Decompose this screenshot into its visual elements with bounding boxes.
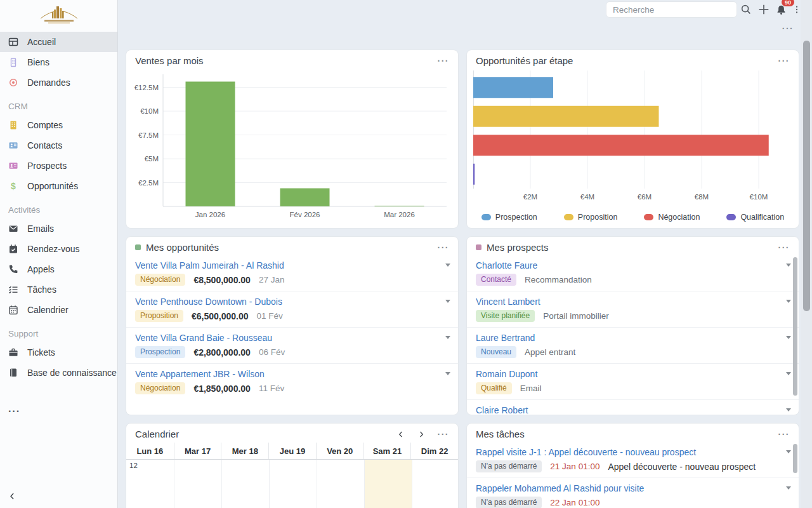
calendar-next-button[interactable] [417, 430, 426, 439]
panel-menu-icon[interactable]: ··· [778, 57, 790, 65]
row-menu-caret-icon[interactable] [445, 264, 450, 269]
bar-fev-2026[interactable] [280, 189, 330, 207]
calendar-time-label: 12 [129, 462, 138, 469]
calendar-day-header-mar-17: Mar 17 [174, 443, 221, 459]
opportunity-link[interactable]: Vente Penthouse Downtown - Dubois [135, 297, 439, 307]
legend-item-qualification[interactable]: Qualification [726, 213, 784, 222]
task-details: N'a pas démarré22 Jan 01:00 [476, 497, 780, 508]
opportunity-link[interactable]: Vente Appartement JBR - Wilson [135, 369, 439, 379]
calendar-day-header-row: Lun 16Mar 17Mer 18Jeu 19Ven 20Sam 21Dim … [126, 443, 458, 460]
task-link[interactable]: Rappel visite J-1 : Appel découverte - n… [476, 447, 780, 457]
panel-menu-icon[interactable]: ··· [778, 430, 790, 439]
search-button[interactable] [738, 1, 754, 18]
task-details: N'a pas démarré21 Jan 01:00Appel découve… [476, 460, 780, 472]
legend-marker-icon [644, 214, 653, 220]
prospect-row: Charlotte FaureContactéRecommandation [467, 255, 799, 291]
company-logo[interactable] [0, 0, 117, 32]
sidebar-item-label: Opportunités [27, 181, 78, 191]
x-axis-tick-label: Jan 2026 [195, 211, 225, 218]
row-menu-caret-icon[interactable] [786, 372, 791, 378]
sidebar-item-calendrier[interactable]: Calendrier [0, 300, 117, 320]
row-menu-caret-icon[interactable] [786, 486, 791, 492]
prospects-scrollbar[interactable] [793, 257, 797, 396]
row-menu-caret-icon[interactable] [786, 336, 791, 342]
row-menu-caret-icon[interactable] [786, 264, 791, 269]
prospect-row: Romain DupontQualifiéEmail [467, 363, 799, 399]
sidebar-item-contacts[interactable]: Contacts [0, 135, 117, 156]
notifications-button[interactable]: 90 [773, 1, 789, 18]
panel-ventes-par-mois: Ventes par mois ··· €2.5M€5M€7.5M€10M€12… [126, 50, 459, 229]
prospect-link[interactable]: Vincent Lambert [476, 297, 780, 307]
legend-item-prospection[interactable]: Prospection [481, 213, 537, 222]
legend-item-negociation[interactable]: Négociation [644, 213, 700, 222]
bar-mar-2026[interactable] [375, 206, 424, 206]
row-menu-caret-icon[interactable] [786, 300, 791, 305]
panel-menu-icon[interactable]: ··· [438, 430, 450, 439]
sidebar-item-emails[interactable]: Emails [0, 218, 117, 239]
row-menu-caret-icon[interactable] [786, 450, 791, 456]
sidebar-item-demandes[interactable]: Demandes [0, 72, 117, 93]
lead-source: Portail immobilier [543, 311, 609, 321]
calendar-prev-button[interactable] [397, 430, 406, 439]
legend-item-proposition[interactable]: Proposition [564, 213, 618, 222]
lead-source: Recommandation [525, 275, 592, 284]
prospect-link[interactable]: Laure Bertrand [476, 333, 780, 343]
page-scrollbar-thumb[interactable] [803, 41, 810, 311]
sidebar-item-comptes[interactable]: Comptes [0, 115, 117, 135]
row-menu-caret-icon[interactable] [786, 408, 791, 414]
sidebar-item-base-de-connaissance[interactable]: Base de connaissance [0, 363, 117, 383]
x-axis-tick-label: €4M [580, 193, 594, 201]
bar-negociation[interactable] [473, 135, 769, 156]
sidebar-item-biens[interactable]: Biens [0, 52, 117, 72]
opportunity-link[interactable]: Vente Villa Grand Baie - Rousseau [135, 333, 439, 343]
sidebar-item-accueil[interactable]: Accueil [0, 32, 117, 52]
stage-badge: Prospection [135, 346, 185, 358]
sidebar-nav: AccueilBiensDemandesCRMComptesContactsPr… [0, 32, 117, 383]
calendar-column-divider [412, 460, 412, 508]
status-badge: Visite planifiée [476, 310, 535, 322]
prospect-link[interactable]: Romain Dupont [476, 369, 780, 379]
y-axis-tick-label: €7.5M [138, 131, 159, 139]
sidebar-more-button[interactable]: ··· [0, 406, 117, 417]
sidebar-item-prospects[interactable]: Prospects [0, 156, 117, 176]
quick-create-button[interactable] [756, 1, 772, 18]
panel-menu-icon[interactable]: ··· [438, 243, 450, 252]
sidebar-collapse-button[interactable] [5, 489, 19, 503]
row-menu-caret-icon[interactable] [445, 336, 450, 342]
kebab-menu-icon [792, 4, 801, 15]
prospect-details: QualifiéEmail [476, 382, 780, 394]
panel-menu-icon[interactable]: ··· [778, 243, 790, 252]
calendar-icon [8, 305, 18, 315]
task-due-date: 21 Jan 01:00 [550, 462, 599, 471]
task-related-record: Appel découverte - nouveau prospect [608, 462, 756, 472]
bar-jan-2026[interactable] [186, 82, 235, 207]
row-menu-caret-icon[interactable] [445, 372, 450, 378]
calendar-today-column [364, 460, 412, 508]
sidebar-item-tickets[interactable]: Tickets [0, 342, 117, 363]
bar-proposition[interactable] [473, 106, 659, 127]
x-axis-tick-label: Fév 2026 [290, 211, 320, 218]
stage-badge: Négociation [135, 382, 185, 394]
opportunity-details: Prospection€2,800,000.0006 Fév [135, 346, 439, 358]
task-list-icon [8, 284, 18, 295]
opportunity-link[interactable]: Vente Villa Palm Jumeirah - Al Rashid [135, 260, 439, 271]
sidebar-item-taches[interactable]: Tâches [0, 279, 117, 300]
sidebar-item-opportunites[interactable]: $Opportunités [0, 176, 117, 196]
bar-qualification[interactable] [473, 164, 475, 185]
prospect-details: NouveauAppel entrant [476, 346, 780, 358]
search-input[interactable] [606, 1, 737, 18]
calendar-grid[interactable]: 12 [126, 460, 458, 508]
calendar-day-header-jeu-19: Jeu 19 [268, 443, 316, 459]
sidebar-item-rendez-vous[interactable]: Rendez-vous [0, 239, 117, 259]
tasks-scrollbar[interactable] [793, 444, 797, 473]
task-link[interactable]: Rappeler Mohammed Al Rashid pour visite [476, 483, 780, 493]
sidebar-item-appels[interactable]: Appels [0, 259, 117, 279]
sidebar-section-crm: CRM [0, 102, 117, 111]
dashboard-menu-button[interactable]: ··· [780, 24, 796, 36]
task-status-badge: N'a pas démarré [476, 497, 542, 508]
row-menu-caret-icon[interactable] [445, 300, 450, 305]
panel-menu-icon[interactable]: ··· [438, 57, 450, 65]
prospect-link[interactable]: Charlotte Faure [476, 260, 780, 271]
bar-prospection[interactable] [473, 77, 553, 98]
prospect-link[interactable]: Claire Robert [476, 405, 780, 415]
